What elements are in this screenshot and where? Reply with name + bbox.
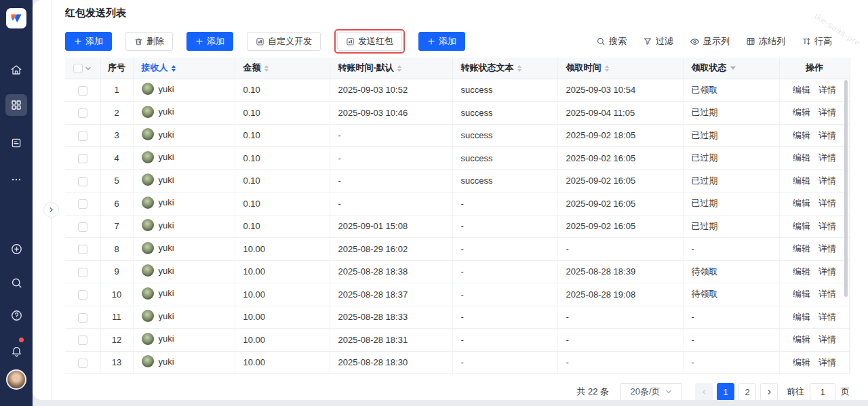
row-checkbox[interactable]: [78, 313, 87, 323]
more-dots-icon: [10, 174, 22, 186]
cell-claim-time: 2025-09-02 18:05: [557, 124, 683, 147]
show-columns-tool[interactable]: 显示列: [690, 35, 730, 47]
filter-dropdown-icon[interactable]: [730, 66, 736, 70]
recipient-name: yuki: [159, 288, 174, 298]
custom-dev-button[interactable]: 自定义开发: [247, 32, 321, 51]
edit-action[interactable]: 编辑: [793, 266, 810, 277]
sidebar-item-notifications[interactable]: [5, 340, 27, 362]
detail-action[interactable]: 详情: [818, 312, 836, 322]
edit-action[interactable]: 编辑: [793, 107, 810, 117]
sidebar-item-apps[interactable]: [5, 94, 27, 116]
cell-actions: 编辑详情: [779, 124, 850, 147]
add-button-1[interactable]: 添加: [65, 32, 112, 51]
header-claim-time[interactable]: 领取时间: [557, 58, 683, 79]
prev-page-button[interactable]: [695, 383, 713, 400]
expand-panel-button[interactable]: [43, 202, 59, 218]
app-logo[interactable]: [6, 8, 26, 28]
send-redpacket-button[interactable]: 发送红包: [337, 32, 402, 51]
header-amount[interactable]: 金额: [235, 58, 330, 79]
edit-action[interactable]: 编辑: [793, 243, 810, 253]
edit-action[interactable]: 编辑: [793, 198, 810, 208]
edit-action[interactable]: 编辑: [793, 221, 810, 231]
goto-page-input[interactable]: [810, 383, 835, 400]
sort-icon[interactable]: [264, 65, 269, 72]
cell-transfer-time: 2025-08-29 16:02: [330, 238, 452, 261]
chevron-right-icon: [47, 206, 55, 214]
row-checkbox[interactable]: [78, 199, 87, 209]
row-checkbox[interactable]: [78, 154, 87, 163]
header-transfer-status[interactable]: 转账状态文本: [452, 58, 557, 79]
sidebar-item-add[interactable]: [5, 238, 27, 260]
button-label: 添加: [85, 35, 103, 47]
sidebar-item-search[interactable]: [5, 272, 27, 293]
detail-action[interactable]: 详情: [818, 357, 836, 367]
row-checkbox[interactable]: [78, 177, 87, 186]
page-size-select[interactable]: 20条/页: [620, 383, 682, 400]
cell-amount: 10.00: [235, 306, 330, 329]
detail-action[interactable]: 详情: [818, 130, 836, 140]
freeze-columns-tool[interactable]: 冻结列: [746, 35, 785, 47]
row-checkbox[interactable]: [78, 336, 87, 345]
filter-tool[interactable]: 过滤: [643, 35, 673, 47]
edit-action[interactable]: 编辑: [793, 153, 810, 163]
edit-action[interactable]: 编辑: [793, 312, 810, 322]
sidebar-item-more[interactable]: [5, 169, 27, 190]
cell-claim-status: 已过期: [683, 124, 779, 147]
select-all-checkbox[interactable]: [73, 64, 83, 73]
header-transfer-time[interactable]: 转账时间-默认: [330, 58, 452, 79]
page-button-2[interactable]: 2: [738, 383, 756, 400]
row-checkbox[interactable]: [78, 290, 87, 300]
edit-action[interactable]: 编辑: [793, 130, 810, 140]
sidebar-item-home[interactable]: [5, 59, 27, 81]
select-dropdown-icon[interactable]: [85, 65, 92, 72]
cell-transfer-status: success: [452, 169, 557, 192]
sidebar-item-documents[interactable]: [5, 132, 27, 154]
table-tools: 搜索 过滤 显示列 冻结列: [596, 35, 832, 47]
next-page-button[interactable]: [760, 383, 778, 400]
page-button-1[interactable]: 1: [717, 383, 734, 400]
edit-action[interactable]: 编辑: [793, 289, 810, 299]
detail-action[interactable]: 详情: [818, 198, 836, 208]
row-checkbox[interactable]: [78, 268, 87, 277]
plus-icon: [195, 37, 203, 45]
row-checkbox[interactable]: [78, 222, 87, 232]
detail-action[interactable]: 详情: [818, 289, 836, 299]
detail-action[interactable]: 详情: [818, 153, 836, 163]
row-checkbox[interactable]: [78, 108, 87, 118]
chevron-left-icon: [701, 388, 708, 396]
plus-circle-icon: [10, 243, 23, 256]
detail-action[interactable]: 详情: [818, 266, 836, 277]
recipient-name: yuki: [159, 220, 174, 230]
sort-icon[interactable]: [517, 65, 521, 72]
row-checkbox[interactable]: [78, 131, 87, 141]
row-checkbox[interactable]: [78, 86, 87, 96]
detail-action[interactable]: 详情: [818, 85, 836, 95]
sidebar-item-help[interactable]: [5, 304, 27, 326]
header-claim-status[interactable]: 领取状态: [683, 58, 779, 79]
row-height-tool[interactable]: 行高: [802, 35, 832, 47]
detail-action[interactable]: 详情: [818, 221, 836, 231]
edit-action[interactable]: 编辑: [793, 85, 810, 95]
table-scrollbar[interactable]: [844, 80, 848, 297]
user-avatar[interactable]: [6, 369, 26, 390]
plus-icon: [74, 37, 82, 45]
cell-recipient: yuki: [133, 238, 235, 261]
add-button-2[interactable]: 添加: [186, 32, 233, 51]
search-tool[interactable]: 搜索: [596, 35, 627, 47]
edit-action[interactable]: 编辑: [793, 357, 810, 367]
detail-action[interactable]: 详情: [818, 243, 836, 253]
edit-action[interactable]: 编辑: [793, 334, 810, 344]
edit-action[interactable]: 编辑: [793, 176, 810, 186]
header-recipient[interactable]: 接收人: [133, 58, 235, 79]
table-row: 9yuki10.002025-08-28 18:38-2025-08-28 18…: [65, 260, 850, 283]
sort-icon[interactable]: [397, 65, 401, 72]
detail-action[interactable]: 详情: [818, 334, 836, 344]
row-checkbox[interactable]: [78, 245, 87, 254]
sort-icon[interactable]: [605, 65, 609, 72]
row-checkbox[interactable]: [78, 359, 87, 368]
add-button-3[interactable]: 添加: [418, 32, 465, 51]
detail-action[interactable]: 详情: [818, 176, 836, 186]
sort-icon[interactable]: [172, 65, 176, 72]
delete-button[interactable]: 删除: [125, 32, 173, 51]
detail-action[interactable]: 详情: [818, 107, 836, 117]
